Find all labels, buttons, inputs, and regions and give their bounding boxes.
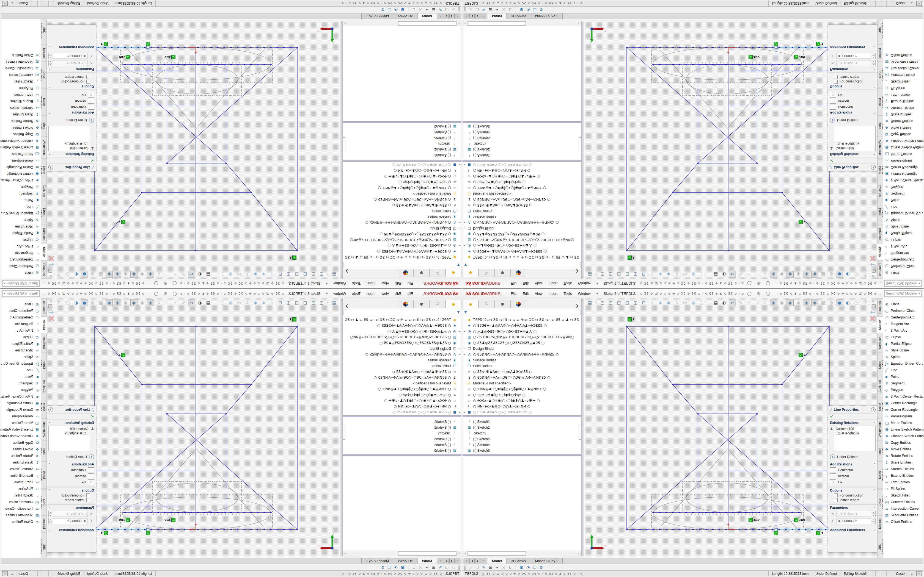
pin-icon[interactable]: ✦: [596, 282, 599, 285]
toolbar-dot-icon[interactable]: ⊙: [164, 291, 167, 296]
tool-silhouette-entities[interactable]: ▧ Silhouette Entities: [883, 512, 924, 519]
expand-arrow-icon[interactable]: ▸: [457, 330, 460, 333]
tool-style-spline[interactable]: ∿ Style Spline: [0, 347, 41, 354]
menu-item[interactable]: Insert: [546, 280, 561, 287]
commandmanager-tab[interactable]: Data Migration: [41, 489, 47, 515]
spin-up-icon[interactable]: ▴: [872, 518, 876, 521]
doc-window-controls[interactable]: ❐ ✕: [861, 274, 876, 278]
tool-centerpoint-arc[interactable]: ◠ Centerpoint Arc: [883, 314, 924, 321]
commandmanager-tab[interactable]: MBD Dimensions: [41, 15, 47, 45]
line-color-icon[interactable]: ∟: [507, 564, 514, 570]
ok-check-icon[interactable]: ✔: [47, 414, 96, 419]
checkbox[interactable]: [86, 498, 90, 502]
tool-move-entities[interactable]: ✥ Move Entities: [883, 124, 924, 131]
tool-scale-entities[interactable]: ↕ Scale Entities: [0, 459, 41, 466]
tool-center-rectangle[interactable]: ▣ Center Rectangle: [0, 171, 41, 177]
spin-up-icon[interactable]: ▴: [48, 63, 52, 66]
edit-appearance-icon[interactable]: ✎: [480, 7, 487, 13]
open-folder-icon[interactable]: ❒: [386, 7, 393, 13]
tree-sketch3[interactable]: └ Sketch3: [462, 141, 582, 147]
performance-icon[interactable]: ◔: [393, 7, 399, 13]
scrollbar-thumb[interactable]: [467, 21, 526, 26]
relation-vertical[interactable]: │ Vertical: [48, 474, 94, 479]
tree-front-plane[interactable]: ▱ ○ ✛ИΝ◎♟+○✻◉[○∘○]◉✻○+♟◎ΝИ✛ ○: [462, 185, 582, 191]
tool-stretch-entities[interactable]: ↔ Stretch Entities: [883, 466, 924, 472]
tool-3-point-center-rectangle[interactable]: ◈ 3 Point Center Recta...: [883, 177, 924, 184]
graphics-area[interactable]: ▤▾◰◳◱◲◫⊟◇◈◆⇩▭◍◌▤◐↩✎⌖⊥∠◉◉◉◉◉◉▦◍●◐○❒: [583, 298, 878, 558]
line-style-icon[interactable]: ┅: [494, 564, 500, 570]
appearance-icon[interactable]: ❏: [474, 564, 480, 570]
spin-up-icon[interactable]: ▴: [872, 63, 876, 66]
tool-3-point-arc[interactable]: ◜ 3 Point Arc: [0, 243, 41, 250]
expand-arrow-icon[interactable]: ▸: [464, 245, 467, 247]
toolbar-circle-icon[interactable]: ◯: [747, 281, 751, 286]
tab-model[interactable]: Model: [417, 558, 437, 564]
tool-circle[interactable]: ◎ Circle: [883, 269, 924, 276]
tab-featuremanager[interactable]: ◆: [462, 300, 478, 308]
tool-3-point-center-rectangle[interactable]: ◈ 3 Point Center Recta...: [0, 177, 41, 184]
tool-point[interactable]: ▪ Point: [0, 373, 41, 380]
relation-fix[interactable]: ⚓ Fix: [48, 479, 94, 485]
toolbar-dot-icon[interactable]: ⊙: [757, 281, 760, 286]
tree-sketch4[interactable]: └ (-) Sketch4: [342, 129, 462, 135]
texture-icon[interactable]: ▱: [450, 7, 457, 13]
commandmanager-tab[interactable]: Markup: [41, 45, 47, 61]
tree-annotations[interactable]: ▸ A ○ Ƨ5ИΝ◎∘✛А✛◎ИΝА○∘○АΝИ◎✛А✛∘◎ΝИƧ5 ○: [462, 220, 582, 226]
tool-segment[interactable]: # Segment: [883, 190, 924, 197]
tab-scroll-last[interactable]: »: [438, 559, 443, 563]
angle-spinner[interactable]: ▴ ▾: [872, 518, 876, 524]
tree-history[interactable]: ★ ○ Ƨ5ЗЄ✛∘♟◎ΛАΦ○∘○ΦАΛ◎♟∘✛ЗЄƧ5 ○: [342, 322, 462, 328]
image-quality-icon[interactable]: ▣: [518, 7, 525, 13]
tree-locked-folder[interactable]: ▸ ■ ○ Ƨ5ЗЄИΝА∩·○∘○·∩АΝИЗЄƧ5 ○: [462, 162, 582, 168]
cancel-sketch-icon[interactable]: ✕: [861, 255, 876, 262]
menu-item[interactable]: Window: [575, 290, 593, 297]
tool-trim-entities[interactable]: ✂ Trim Entities: [883, 92, 924, 98]
tree-charts[interactable]: ▥ ○ Ƨ5✛ЗЄƧ5○ИИ◎∘✛ƆСЗЄЗЄƧ5○∘○Ƨ5ЗЄЗЄСƆ✛∘◎И…: [462, 334, 582, 340]
commandmanager-tab[interactable]: Weldments: [877, 419, 883, 440]
tool-point[interactable]: ▪ Point: [883, 373, 924, 380]
relation-tag[interactable]: ╱ 3: [119, 220, 125, 224]
tree-sketch3[interactable]: └ Sketch3: [342, 430, 462, 436]
tool-convert-entities[interactable]: ◱ Convert Entities: [883, 499, 924, 505]
menu-item[interactable]: Insert: [363, 290, 379, 297]
texture-icon[interactable]: ▱: [450, 564, 457, 570]
tool-segment[interactable]: # Segment: [0, 380, 41, 387]
tree-horizontal-scrollbar[interactable]: ◂ ▸: [342, 21, 462, 26]
tab-displaymanager[interactable]: [510, 300, 527, 308]
commandmanager-tab[interactable]: Direct Editing: [41, 353, 47, 377]
tree-root[interactable]: ◆ TЯPDL2. ⊙ ЗЄ ⊙ Ш ⊙ ⊙ ⊙ ✛ ⊙ ƆC ⊙ ЗЄ ⊙ ·…: [342, 317, 462, 322]
tree-design-binder[interactable]: ▸ ❐ Design Binder: [342, 346, 462, 351]
menu-item[interactable]: Insert: [363, 280, 379, 287]
commandmanager-tab[interactable]: Direct Editing: [877, 353, 883, 377]
toolbar-circle-icon[interactable]: ◯: [154, 291, 158, 296]
relation-entry[interactable]: Equal length109: [835, 431, 874, 435]
image-quality-icon[interactable]: ▣: [399, 564, 406, 570]
commandmanager-tab[interactable]: Markup: [877, 516, 883, 532]
spin-up-icon[interactable]: ▴: [48, 518, 52, 521]
options-gear-icon[interactable]: ⚙: [538, 7, 544, 13]
commandmanager-tab[interactable]: Evaluate: [877, 377, 883, 395]
tool-linear-sketch-pattern[interactable]: ▦ Linear Sketch Pattern: [0, 144, 41, 151]
commandmanager-tab[interactable]: Sketch: [41, 317, 47, 333]
toolbar-grip[interactable]: [459, 565, 460, 570]
expand-arrow-icon[interactable]: ▸: [457, 164, 460, 166]
tree-sketch4[interactable]: └ (-) Sketch4: [462, 442, 582, 448]
collapse-caret-icon[interactable]: ⌃: [873, 85, 876, 88]
tool-offset-entities[interactable]: ⊂ Offset Entities: [0, 519, 41, 525]
tool-ellipse[interactable]: ◯ Ellipse: [883, 237, 924, 243]
tree-sketch6[interactable]: ▦ (-) Sketch6: [462, 124, 582, 129]
tool-fit-spline[interactable]: ∪ Fit Spline: [0, 85, 41, 92]
tree-sigma[interactable]: Σ ○ Ƨ5ИΝ◎∘✛А∩¤ЗЄ○∘○ЗЄ¤∩А✛∘◎ΝИƧ5 ○: [462, 374, 582, 380]
tree-top-plane[interactable]: ▱ ○ ·◎✛○✻◉[○∘○]◉✻○✛◎· ○: [342, 179, 462, 185]
tool-silhouette-entities[interactable]: ▧ Silhouette Entities: [0, 512, 41, 519]
tree-sketch1[interactable]: └ (-) Sketch1: [342, 153, 462, 158]
tool-move-entities[interactable]: ✥ Move Entities: [883, 446, 924, 453]
search-icon[interactable]: ⌕: [916, 291, 918, 296]
tree-sensors[interactable]: ▸ ◔ ○ 人♟◎✛Ƨ5∘Ж○∘○Ж∘Ƨ5✛◎♟人 ○: [342, 243, 462, 249]
checkbox[interactable]: [834, 498, 838, 502]
tool-equation-driven-curve[interactable]: ƒx Equation Driven Curve: [0, 210, 41, 217]
menu-item[interactable]: View: [378, 290, 392, 297]
ok-check-icon[interactable]: ✔: [828, 158, 877, 163]
checkbox[interactable]: [86, 75, 90, 79]
relation-tag[interactable]: ╱ 3: [799, 353, 805, 357]
